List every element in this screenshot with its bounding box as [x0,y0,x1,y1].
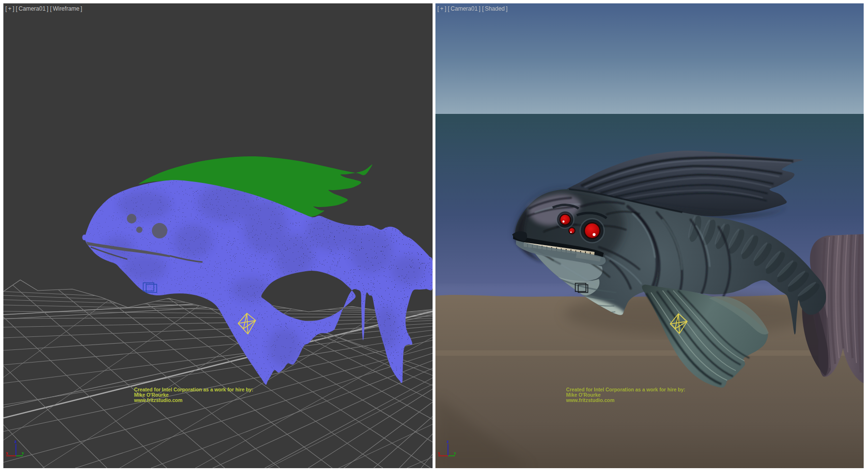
svg-text:Mike O'Rourke: Mike O'Rourke [134,392,169,398]
svg-text:y: y [454,450,456,456]
svg-text:z: z [14,439,17,444]
svg-text:www.fritzstudio.com: www.fritzstudio.com [134,398,182,403]
svg-text:[ + ] [ Camera01 ] [ Shaded ]: [ + ] [ Camera01 ] [ Shaded ] [437,5,508,12]
svg-text:Created for Intel Corporation: Created for Intel Corporation as a work … [134,387,253,392]
svg-text:www.fritzstudio.com: www.fritzstudio.com [566,398,614,403]
svg-text:y: y [22,450,24,456]
svg-text:[ + ] [ Camera01 ] [ Wireframe: [ + ] [ Camera01 ] [ Wireframe ] [5,5,82,12]
svg-text:x: x [6,450,8,456]
svg-text:x: x [438,450,440,456]
svg-text:z: z [447,439,449,444]
svg-text:Created for Intel Corporation: Created for Intel Corporation as a work … [566,387,685,392]
svg-text:Mike O'Rourke: Mike O'Rourke [566,392,601,398]
